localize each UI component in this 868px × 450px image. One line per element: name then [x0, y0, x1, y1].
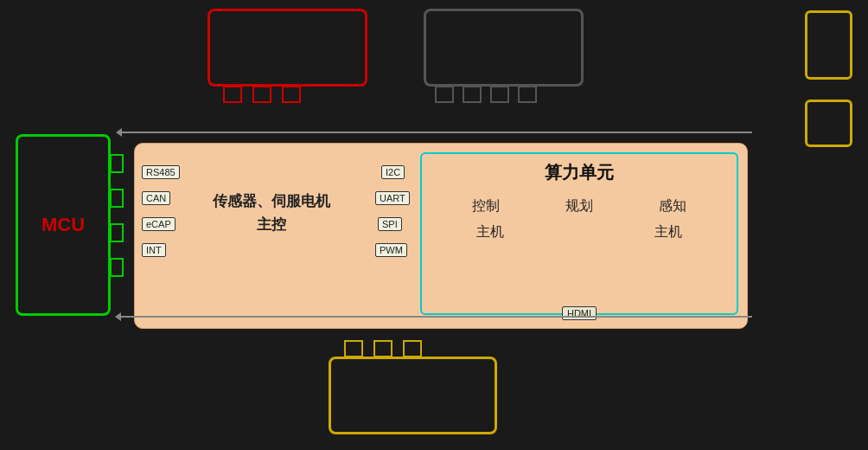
mcu-box: MCU	[16, 134, 111, 316]
top-gray-port-3	[490, 86, 509, 103]
compute-item-host1: 主机	[476, 223, 504, 241]
compute-unit-box: 算力单元 控制 规划 感知 主机 主机 RJ45 USB HDMI	[420, 152, 738, 315]
compute-row2: 主机 主机	[439, 223, 719, 241]
mcu-port-2	[110, 189, 124, 208]
port-rs485: RS485	[142, 165, 180, 179]
compute-item-plan: 规划	[565, 197, 593, 215]
sensor-title-line1: 传感器、伺服电机	[213, 191, 330, 211]
port-spi: SPI	[378, 217, 402, 231]
top-gray-port-1	[435, 86, 454, 103]
diagram-container: MCU RS485 CAN eCAP INT I2C UART SPI PWM …	[0, 0, 868, 450]
compute-item-host2: 主机	[654, 223, 682, 241]
sensor-title-line2: 主控	[213, 215, 330, 235]
port-ecap: eCAP	[142, 217, 176, 231]
right-yellow-box-2	[805, 100, 852, 147]
compute-unit-title: 算力单元	[422, 161, 737, 184]
mcu-port-1	[110, 154, 124, 173]
port-int: INT	[142, 243, 166, 257]
top-red-port-2	[252, 86, 271, 103]
mcu-ports	[110, 154, 124, 277]
top-red-port-3	[282, 86, 301, 103]
top-gray-ports	[435, 86, 537, 103]
top-gray-port-2	[463, 86, 482, 103]
bottom-yellow-port-3	[403, 340, 422, 357]
port-uart: UART	[375, 191, 410, 205]
compute-item-control: 控制	[472, 197, 500, 215]
bottom-yellow-port-2	[373, 340, 393, 357]
bottom-arrow-line	[121, 316, 752, 318]
top-red-box	[207, 9, 367, 87]
mcu-label: MCU	[41, 214, 85, 236]
top-red-port-1	[223, 86, 242, 103]
bottom-yellow-port-1	[344, 340, 363, 357]
port-can: CAN	[142, 191, 170, 205]
bottom-yellow-box	[329, 357, 497, 434]
compute-row1: 控制 规划 感知	[439, 197, 719, 215]
port-pwm: PWM	[375, 243, 407, 257]
mcu-port-4	[110, 258, 124, 277]
bottom-yellow-ports	[344, 340, 422, 357]
right-yellow-box-1	[805, 10, 852, 80]
top-red-ports	[223, 86, 301, 103]
compute-item-sense: 感知	[659, 197, 686, 215]
top-gray-box	[424, 9, 584, 87]
mcu-port-3	[110, 223, 124, 242]
port-hdmi: HDMI	[562, 306, 597, 320]
top-gray-port-4	[518, 86, 537, 103]
sensor-controller-label: 传感器、伺服电机 主控	[213, 191, 330, 235]
top-arrow-line	[121, 132, 752, 133]
port-i2c: I2C	[381, 165, 405, 179]
main-board: RS485 CAN eCAP INT I2C UART SPI PWM 传感器、…	[134, 143, 748, 329]
